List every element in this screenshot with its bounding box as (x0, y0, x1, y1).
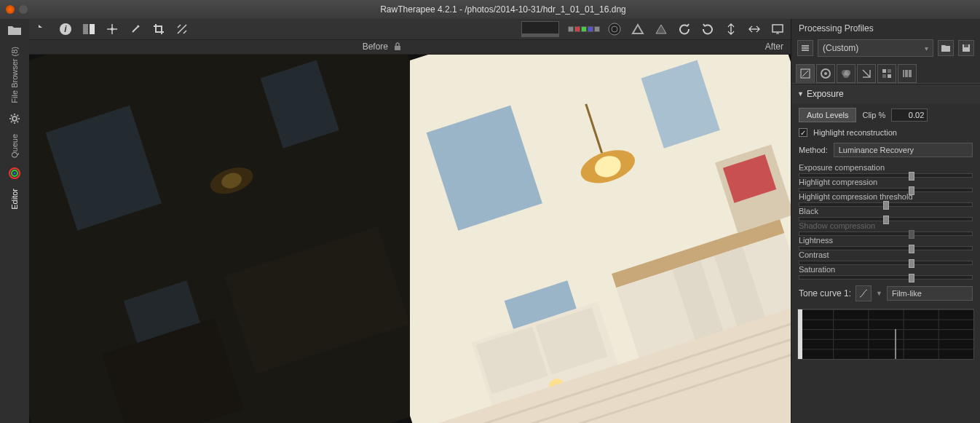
tone-curve-graph[interactable] (797, 309, 974, 360)
before-label: Before (363, 41, 388, 52)
histogram-mini[interactable] (521, 21, 559, 37)
main-area: File Browser (8) Queue Editor i (0, 19, 980, 423)
slider-thumb[interactable] (909, 259, 914, 268)
tab-queue[interactable]: Queue (9, 128, 20, 164)
rotate-right-icon[interactable] (699, 20, 716, 38)
slider-thumb[interactable] (909, 186, 914, 195)
tab-meta-icon[interactable] (898, 64, 917, 83)
slider-thumb[interactable] (883, 216, 889, 224)
tab-file-browser[interactable]: File Browser (8) (9, 41, 20, 109)
gear-icon[interactable] (8, 112, 21, 125)
method-select[interactable]: Luminance Recovery (834, 143, 973, 157)
tab-exposure-icon[interactable] (796, 64, 815, 83)
chevron-down-icon[interactable]: ▼ (876, 290, 882, 297)
slider-lightness[interactable]: Lightness (799, 236, 973, 250)
rotate-left-icon[interactable] (676, 20, 693, 38)
slider-track[interactable] (799, 217, 973, 221)
slider-track (799, 232, 973, 236)
before-image[interactable] (29, 55, 410, 423)
slider-thumb[interactable] (909, 274, 914, 282)
svg-point-9 (609, 23, 620, 35)
svg-rect-51 (882, 74, 886, 78)
before-after-icon[interactable] (80, 20, 98, 38)
tab-wavelet-icon[interactable] (857, 64, 876, 83)
slider-track[interactable] (799, 202, 973, 207)
right-panel-tabs (791, 60, 980, 84)
color-swatch[interactable] (594, 26, 600, 32)
lock-icon[interactable] (392, 41, 403, 52)
color-swatch[interactable] (568, 26, 574, 32)
tone-curve-type-icon[interactable] (855, 285, 872, 301)
window-minimize-icon[interactable] (19, 5, 28, 14)
slider-exposure-compensation[interactable]: Exposure compensation (799, 163, 973, 178)
rawtherapee-icon[interactable] (8, 167, 21, 180)
exposure-title: Exposure (807, 89, 844, 99)
after-image[interactable] (410, 55, 791, 423)
tab-transform-icon[interactable] (877, 64, 896, 83)
slider-thumb[interactable] (909, 245, 914, 253)
clipping-highlight-icon[interactable] (652, 20, 670, 38)
slider-highlight-compression-threshold[interactable]: Highlight compression threshold (799, 192, 973, 207)
method-label: Method: (799, 146, 828, 154)
tab-color-icon[interactable] (837, 64, 855, 83)
info-icon[interactable]: i (57, 20, 74, 38)
monitor-profile-icon[interactable] (769, 20, 786, 38)
folder-icon[interactable] (6, 23, 23, 38)
slider-track[interactable] (799, 188, 973, 192)
slider-thumb[interactable] (883, 201, 889, 210)
slider-thumb[interactable] (909, 172, 914, 181)
profile-mode-icon[interactable] (797, 40, 813, 56)
slider-track[interactable] (799, 173, 973, 178)
left-sidebar: File Browser (8) Queue Editor (0, 19, 29, 423)
color-swatch[interactable] (581, 26, 587, 32)
flip-vertical-icon[interactable] (722, 20, 740, 38)
svg-point-3 (14, 172, 16, 174)
svg-rect-7 (90, 24, 95, 34)
svg-point-0 (12, 116, 17, 121)
tab-detail-icon[interactable] (816, 64, 835, 83)
tab-editor[interactable]: Editor (9, 183, 20, 216)
exposure-section-body: Auto Levels Clip % ✓ Highlight reconstru… (791, 103, 980, 306)
lens-icon[interactable] (606, 20, 623, 38)
svg-point-45 (824, 72, 827, 75)
slider-saturation[interactable]: Saturation (799, 265, 973, 280)
slider-track[interactable] (799, 246, 973, 250)
svg-point-8 (111, 28, 114, 31)
slider-label: Saturation (799, 265, 973, 274)
hl-recon-checkbox[interactable]: ✓ (799, 128, 807, 137)
picker-tool-icon[interactable] (127, 20, 144, 38)
profile-save-icon[interactable] (958, 40, 974, 56)
color-swatch[interactable] (574, 26, 580, 32)
color-swatch[interactable] (588, 26, 593, 32)
slider-label: Exposure compensation (799, 163, 973, 172)
profile-load-icon[interactable] (938, 40, 954, 56)
hand-tool-icon[interactable] (103, 20, 121, 38)
crop-tool-icon[interactable] (150, 20, 167, 38)
before-after-header: Before After (29, 40, 791, 55)
slider-thumb (909, 230, 914, 239)
center-panel: i Before After (29, 19, 791, 423)
after-label: After (765, 41, 783, 52)
arrow-tool-icon[interactable] (33, 20, 51, 38)
slider-label: Contrast (799, 250, 973, 259)
window-close-icon[interactable] (6, 5, 15, 14)
slider-track[interactable] (799, 261, 973, 265)
auto-levels-button[interactable]: Auto Levels (799, 108, 856, 122)
slider-contrast[interactable]: Contrast (799, 250, 973, 265)
slider-track[interactable] (799, 275, 973, 280)
slider-highlight-compression[interactable]: Highlight compression (799, 178, 973, 192)
svg-rect-42 (964, 44, 968, 47)
editor-toolbar: i (29, 19, 791, 40)
clipping-shadow-icon[interactable] (629, 20, 647, 38)
method-value: Luminance Recovery (839, 146, 914, 154)
straighten-tool-icon[interactable] (173, 20, 191, 38)
slider-label: Lightness (799, 236, 973, 245)
clip-input[interactable] (891, 108, 928, 122)
svg-rect-11 (772, 25, 783, 32)
tone-curve-value: Film-like (892, 289, 922, 298)
profile-select[interactable]: (Custom) ▾ (818, 39, 933, 57)
tone-curve-select[interactable]: Film-like (887, 286, 973, 301)
flip-horizontal-icon[interactable] (746, 20, 763, 38)
processing-profiles-header: Processing Profiles (791, 19, 980, 36)
exposure-section-header[interactable]: ▼ Exposure (791, 84, 980, 103)
